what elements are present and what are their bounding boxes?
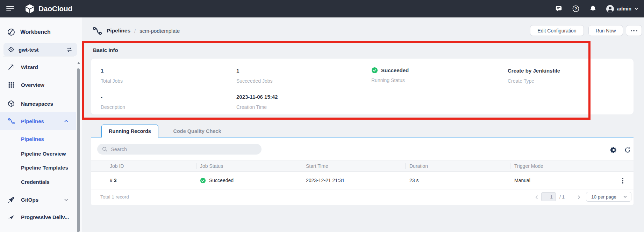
info-field-creation-time: 2023-11-06 15:42 Creation Time — [236, 94, 278, 110]
col-duration: Duration — [409, 161, 428, 171]
sidebar-scroll-up-arrow[interactable] — [77, 62, 80, 64]
sidebar-workbench[interactable]: Workbench — [0, 25, 76, 39]
cube-icon — [7, 100, 15, 107]
cell-duration: 23 s — [409, 172, 418, 189]
sidebar-item-overview[interactable]: Overview — [0, 78, 76, 92]
page-size-value: 10 per page — [591, 194, 623, 200]
chevron-down-icon — [634, 7, 638, 11]
sidebar-divider — [3, 57, 74, 57]
sidebar-subitem-credentials[interactable]: Credentials — [21, 176, 50, 188]
col-start-time: Start Time — [306, 161, 328, 171]
pipelines-breadcrumb-icon — [92, 25, 103, 36]
page-number-input[interactable] — [541, 192, 556, 201]
topbar-actions: ? admin — [554, 5, 644, 13]
sidebar-subitem-pipeline-overview[interactable]: Pipeline Overview — [21, 148, 66, 159]
sidebar-item-progressive-delivery[interactable]: Progressive Deliv... — [0, 210, 76, 224]
bell-icon[interactable] — [589, 5, 597, 13]
sidebar-item-namespaces[interactable]: Namespaces — [0, 97, 76, 111]
col-job-id: Job ID — [110, 161, 124, 171]
brand[interactable]: DaoCloud — [24, 3, 72, 14]
help-icon[interactable]: ? — [572, 5, 580, 13]
tab-code-quality-check[interactable]: Code Quality Check — [165, 125, 229, 137]
search-box[interactable] — [97, 144, 262, 155]
chevron-down-icon — [64, 197, 69, 202]
workspace-selector[interactable]: gwt-test — [3, 43, 77, 56]
col-trigger-mode: Trigger Mode — [514, 161, 543, 171]
menu-icon[interactable] — [6, 5, 15, 12]
info-field-description: - Description — [101, 94, 125, 110]
bird-icon — [7, 214, 15, 221]
username-label: admin — [617, 6, 631, 12]
sidebar-item-label: GitOps — [21, 197, 38, 203]
sidebar-item-label: Progressive Deliv... — [21, 214, 69, 220]
sidebar: Workbench gwt-test Wizard Overview — [0, 17, 82, 232]
breadcrumb-root[interactable]: Pipelines — [107, 28, 130, 34]
edit-configuration-button[interactable]: Edit Configuration — [530, 25, 584, 36]
info-field-create-type: Create by Jenkinsfile Create Type — [508, 68, 560, 84]
success-icon — [371, 67, 378, 74]
cell-job-status: Succeeded — [200, 172, 234, 189]
basic-info-card: 1 Total Jobs 1 Succeeded Jobs Succeeded … — [91, 59, 634, 114]
row-actions-icon[interactable] — [620, 176, 626, 185]
pipelines-icon — [7, 117, 15, 125]
breadcrumb-current: scm-podtemplate — [139, 28, 180, 34]
workbench-label: Workbench — [20, 29, 51, 35]
page-size-select[interactable]: 10 per page — [586, 192, 631, 202]
sidebar-item-label: Pipelines — [21, 118, 44, 124]
sidebar-subitem-pipelines[interactable]: Pipelines — [21, 133, 44, 145]
sidebar-item-gitops[interactable]: GitOps — [0, 193, 76, 207]
more-actions-button[interactable] — [626, 25, 642, 36]
user-avatar — [606, 5, 614, 13]
chevron-up-icon — [64, 119, 69, 124]
success-icon — [200, 178, 206, 184]
total-records-label: Total 1 record — [100, 194, 129, 200]
run-now-button[interactable]: Run Now — [588, 25, 623, 36]
cell-start-time: 2023-12-21 21:31 — [306, 172, 345, 189]
wizard-icon — [7, 63, 15, 71]
sidebar-item-label: Wizard — [21, 64, 38, 70]
info-field-total-jobs: 1 Total Jobs — [101, 68, 123, 84]
sidebar-item-label: Overview — [21, 82, 44, 88]
sidebar-scrollbar[interactable] — [77, 68, 80, 232]
col-job-status: Job Status — [200, 161, 223, 171]
sidebar-item-pipelines[interactable]: Pipelines — [0, 112, 76, 130]
sidebar-subitem-pipeline-templates[interactable]: Pipeline Templates — [21, 162, 68, 173]
pagination-next-icon[interactable] — [576, 194, 581, 200]
workspace-name: gwt-test — [19, 47, 39, 53]
search-input[interactable] — [111, 147, 257, 152]
daocloud-logo-icon — [24, 3, 35, 14]
settings-gear-icon[interactable] — [610, 146, 617, 154]
table-row[interactable]: # 3 Succeeded 2023-12-21 21:31 23 s Manu… — [91, 172, 634, 189]
cell-job-id[interactable]: # 3 — [110, 172, 116, 189]
search-icon — [102, 146, 108, 152]
refresh-icon[interactable] — [624, 146, 631, 154]
pagination-prev-icon[interactable] — [534, 194, 539, 200]
grid-icon — [7, 81, 15, 89]
tab-running-records[interactable]: Running Records — [101, 125, 158, 137]
svg-text:?: ? — [574, 7, 577, 11]
cell-trigger-mode: Manual — [514, 172, 530, 189]
user-menu[interactable]: admin — [606, 5, 638, 13]
info-field-running-status: Succeeded Running Status — [371, 67, 409, 83]
breadcrumb: Pipelines / scm-podtemplate — [92, 25, 180, 36]
workbench-icon — [7, 28, 15, 37]
running-records-panel: Job ID Job Status Start Time Duration Tr… — [91, 137, 634, 205]
breadcrumb-separator: / — [134, 28, 136, 34]
chevron-down-icon — [623, 195, 627, 199]
workspace-icon — [8, 46, 15, 53]
page-count-label: / 1 — [559, 194, 565, 200]
rocket-icon — [7, 196, 15, 203]
daocloud-app: DaoCloud ? admin — [0, 0, 644, 232]
sidebar-item-label: Namespaces — [21, 101, 53, 107]
basic-info-title: Basic Info — [93, 47, 118, 53]
switch-workspace-icon[interactable] — [66, 46, 73, 53]
brand-name: DaoCloud — [38, 5, 72, 13]
sidebar-item-wizard[interactable]: Wizard — [0, 60, 76, 74]
main-content: Pipelines / scm-podtemplate Edit Configu… — [82, 17, 644, 232]
chat-icon[interactable] — [554, 5, 563, 13]
topbar: DaoCloud ? admin — [0, 0, 644, 17]
info-field-succeeded-jobs: 1 Succeeded Jobs — [236, 68, 273, 84]
table-header: Job ID Job Status Start Time Duration Tr… — [91, 160, 634, 172]
